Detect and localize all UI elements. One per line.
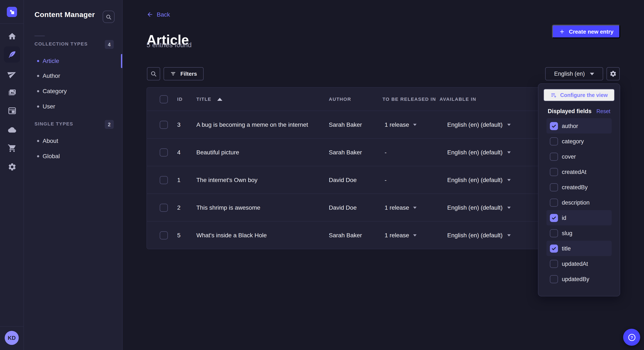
field-label: cover <box>562 153 576 160</box>
sidebar-title: Content Manager <box>34 11 95 19</box>
locale-caret-icon[interactable] <box>507 124 511 126</box>
sort-ascending-icon[interactable] <box>217 98 222 101</box>
sidebar-item-author[interactable]: Author <box>24 69 123 82</box>
field-label: description <box>562 199 590 206</box>
content-manager-feather-icon[interactable] <box>4 46 20 62</box>
check-icon <box>551 215 557 220</box>
locale-value: English (en) <box>554 71 585 77</box>
field-checkbox[interactable] <box>550 244 558 252</box>
field-option-createdAt[interactable]: createdAt <box>546 164 612 179</box>
sidebar-item-global[interactable]: Global <box>24 149 123 163</box>
column-header-id[interactable]: ID <box>177 97 196 102</box>
configure-the-view-button[interactable]: Configure the view <box>544 89 614 101</box>
reset-link[interactable]: Reset <box>596 108 610 114</box>
sidebar-item-label: Global <box>42 153 60 160</box>
bullet-icon <box>37 75 39 77</box>
field-checkbox[interactable] <box>550 153 558 161</box>
field-option-updatedBy[interactable]: updatedBy <box>546 271 612 287</box>
filters-button[interactable]: Filters <box>164 67 204 80</box>
deploy-cloud-icon[interactable] <box>4 122 20 138</box>
help-button[interactable]: ? <box>623 329 640 346</box>
field-option-cover[interactable]: cover <box>546 149 612 164</box>
content-type-builder-layout-icon[interactable] <box>4 103 20 119</box>
field-checkbox[interactable] <box>550 137 558 145</box>
back-link[interactable]: Back <box>146 11 170 18</box>
field-option-category[interactable]: category <box>546 134 612 149</box>
release-caret-icon[interactable] <box>413 206 416 209</box>
cell-title: A bug is becoming a meme on the internet <box>196 121 329 128</box>
settings-gear-icon[interactable] <box>4 159 20 175</box>
locale-caret-icon[interactable] <box>507 234 511 236</box>
view-settings-gear-button[interactable] <box>606 67 620 80</box>
sidebar-item-user[interactable]: User <box>24 100 123 113</box>
configure-the-view-label: Configure the view <box>560 92 608 98</box>
sidebar-item-label: Article <box>42 57 59 64</box>
field-option-author[interactable]: author <box>546 118 612 134</box>
column-header-title[interactable]: TITLE <box>196 97 329 102</box>
releases-paper-plane-icon[interactable] <box>4 65 20 82</box>
locale-select[interactable]: English (en) <box>545 67 603 80</box>
field-option-createdBy[interactable]: createdBy <box>546 179 612 195</box>
caret-down-icon <box>590 72 594 75</box>
view-settings-popover: Configure the view Displayed fields Rese… <box>538 83 620 296</box>
field-checkbox[interactable] <box>550 275 558 283</box>
search-icon <box>106 14 112 20</box>
row-checkbox[interactable] <box>160 176 168 184</box>
strapi-logo-icon <box>9 9 15 15</box>
release-caret-icon[interactable] <box>413 234 416 236</box>
field-checkbox[interactable] <box>550 122 558 130</box>
sidebar-item-article[interactable]: Article <box>24 54 123 68</box>
sidebar-search-button[interactable] <box>103 11 114 23</box>
cell-author: Sarah Baker <box>329 232 382 239</box>
field-checkbox[interactable] <box>550 229 558 237</box>
field-checkbox[interactable] <box>550 198 558 206</box>
sidebar-title-divider <box>34 36 45 36</box>
field-checkbox[interactable] <box>550 168 558 176</box>
strapi-logo[interactable] <box>7 7 17 17</box>
rail-divider <box>0 23 24 24</box>
field-option-id[interactable]: id <box>546 210 612 225</box>
field-option-updatedAt[interactable]: updatedAt <box>546 256 612 271</box>
field-checkbox[interactable] <box>550 214 558 222</box>
sidebar-item-category[interactable]: Category <box>24 84 123 98</box>
cell-available: English (en) (default) <box>447 121 502 128</box>
cell-release: 1 release <box>384 204 409 211</box>
create-new-entry-button[interactable]: Create new entry <box>552 25 620 38</box>
marketplace-cart-icon[interactable] <box>4 140 20 156</box>
select-all-checkbox[interactable] <box>160 95 168 103</box>
row-checkbox[interactable] <box>160 203 168 212</box>
bullet-icon <box>37 155 39 157</box>
column-header-author: AUTHOR <box>329 97 382 102</box>
locale-caret-icon[interactable] <box>507 151 511 153</box>
entries-count: 5 entries found <box>146 41 192 49</box>
locale-caret-icon[interactable] <box>507 206 511 209</box>
bullet-icon <box>37 140 39 142</box>
cell-release: - <box>384 176 386 183</box>
field-checkbox[interactable] <box>550 183 558 191</box>
locale-caret-icon[interactable] <box>507 179 511 181</box>
question-mark-icon: ? <box>627 333 636 342</box>
cell-available: English (en) (default) <box>447 232 502 239</box>
home-icon[interactable] <box>4 28 20 44</box>
release-caret-icon[interactable] <box>413 124 416 126</box>
field-label: createdBy <box>562 184 588 190</box>
row-checkbox[interactable] <box>160 121 168 129</box>
filters-label: Filters <box>180 71 197 77</box>
field-checkbox[interactable] <box>550 260 558 268</box>
media-library-images-icon[interactable] <box>4 84 20 100</box>
cell-id: 1 <box>177 176 196 183</box>
app-window: KD Content Manager COLLECTION TYPES 4 Ar… <box>0 0 644 350</box>
field-label: updatedAt <box>562 260 588 267</box>
edit-list-icon <box>550 92 557 98</box>
table-search-button[interactable] <box>147 67 160 80</box>
row-checkbox[interactable] <box>160 231 168 239</box>
field-option-description[interactable]: description <box>546 195 612 210</box>
field-option-title[interactable]: title <box>546 241 612 256</box>
row-checkbox[interactable] <box>160 148 168 156</box>
sidebar-item-label: About <box>42 137 58 144</box>
field-option-slug[interactable]: slug <box>546 225 612 241</box>
cell-title: This shrimp is awesome <box>196 204 329 211</box>
user-avatar[interactable]: KD <box>5 331 19 345</box>
create-new-entry-label: Create new entry <box>569 28 614 35</box>
sidebar-item-about[interactable]: About <box>24 134 123 148</box>
